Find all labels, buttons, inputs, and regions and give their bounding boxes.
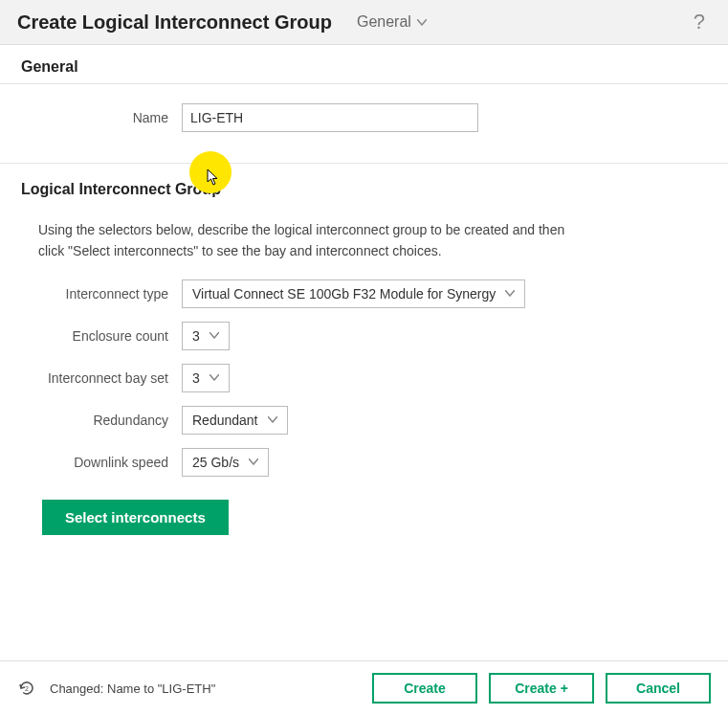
interconnect-type-label: Interconnect type: [21, 286, 182, 302]
dialog-footer: 2 Changed: Name to "LIG-ETH" Create Crea…: [0, 660, 728, 715]
interconnect-type-select[interactable]: Virtual Connect SE 100Gb F32 Module for …: [182, 279, 525, 308]
enclosure-count-select[interactable]: 3: [182, 322, 230, 350]
lig-section: Using the selectors below, describe the …: [0, 219, 728, 552]
create-button[interactable]: Create: [372, 673, 477, 704]
enclosure-count-value: 3: [192, 328, 200, 344]
svg-text:2: 2: [25, 685, 29, 692]
downlink-speed-label: Downlink speed: [21, 455, 182, 470]
select-interconnects-button[interactable]: Select interconnects: [42, 500, 229, 535]
chevron-down-icon: [268, 416, 277, 423]
dialog-header: Create Logical Interconnect Group Genera…: [0, 0, 728, 45]
chevron-down-icon: [417, 19, 427, 26]
redundancy-label: Redundancy: [21, 413, 182, 428]
section-nav-dropdown[interactable]: General: [349, 10, 434, 34]
interconnect-bay-set-select[interactable]: 3: [182, 364, 230, 392]
section-nav-label: General: [357, 13, 411, 31]
lig-section-heading: Logical Interconnect Group: [0, 164, 728, 206]
chevron-down-icon: [210, 374, 219, 381]
general-section-heading: General: [0, 45, 728, 83]
help-icon[interactable]: ?: [688, 10, 711, 34]
interconnect-type-value: Virtual Connect SE 100Gb F32 Module for …: [192, 286, 496, 302]
enclosure-count-label: Enclosure count: [21, 328, 182, 344]
create-plus-button[interactable]: Create +: [489, 673, 594, 704]
general-section: Name: [0, 84, 728, 163]
name-input[interactable]: [182, 103, 478, 132]
chevron-down-icon: [210, 332, 219, 339]
chevron-down-icon: [505, 290, 515, 297]
undo-icon[interactable]: 2: [17, 679, 36, 698]
downlink-speed-value: 25 Gb/s: [192, 455, 239, 470]
change-status: Changed: Name to "LIG-ETH": [50, 681, 215, 696]
lig-description: Using the selectors below, describe the …: [38, 219, 574, 262]
chevron-down-icon: [249, 458, 258, 465]
cancel-button[interactable]: Cancel: [606, 673, 711, 704]
downlink-speed-select[interactable]: 25 Gb/s: [182, 448, 269, 477]
redundancy-select[interactable]: Redundant: [182, 406, 288, 435]
interconnect-bay-set-label: Interconnect bay set: [21, 370, 182, 386]
name-label: Name: [21, 110, 182, 125]
redundancy-value: Redundant: [192, 413, 258, 428]
page-title: Create Logical Interconnect Group: [17, 11, 332, 34]
interconnect-bay-set-value: 3: [192, 370, 200, 386]
